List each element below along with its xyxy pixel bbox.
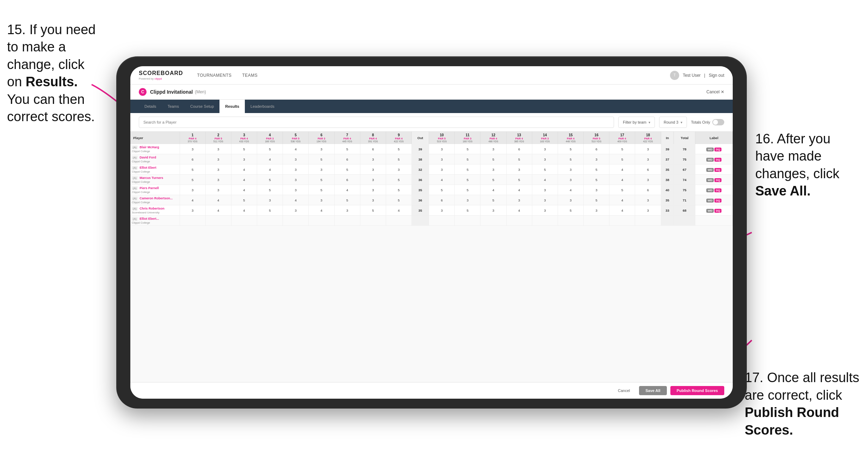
score-hole-14[interactable] [532, 216, 558, 226]
round-select-btn[interactable]: Round 3 ▾ [659, 117, 687, 128]
score-hole-1[interactable]: 5 [180, 175, 205, 185]
score-hole-10[interactable]: 3 [429, 205, 455, 216]
score-hole-17[interactable]: 4 [609, 205, 635, 216]
score-hole-12[interactable]: 5 [480, 195, 506, 205]
score-hole-1[interactable]: 3 [180, 205, 205, 216]
score-hole-5[interactable]: 3 [283, 185, 309, 195]
score-hole-8[interactable]: 6 [360, 144, 386, 154]
score-hole-18[interactable] [635, 216, 661, 226]
score-hole-14[interactable]: 5 [532, 164, 558, 175]
score-hole-1[interactable]: 6 [180, 154, 205, 164]
score-hole-11[interactable]: 5 [455, 164, 480, 175]
score-hole-13[interactable]: 5 [506, 154, 532, 164]
score-hole-17[interactable]: 4 [609, 175, 635, 185]
score-hole-12[interactable]: 3 [480, 144, 506, 154]
score-hole-17[interactable]: 4 [609, 195, 635, 205]
score-hole-10[interactable]: 3 [429, 164, 455, 175]
score-hole-12[interactable]: 5 [480, 154, 506, 164]
score-hole-10[interactable]: 3 [429, 154, 455, 164]
score-hole-3[interactable]: 5 [231, 144, 257, 154]
score-hole-7[interactable]: 5 [334, 195, 360, 205]
score-hole-12[interactable]: 4 [480, 185, 506, 195]
score-hole-10[interactable]: 4 [429, 175, 455, 185]
score-hole-16[interactable]: 5 [584, 164, 609, 175]
filter-by-team-btn[interactable]: Filter by team ▾ [618, 117, 655, 128]
score-hole-13[interactable] [506, 216, 532, 226]
score-hole-13[interactable]: 4 [506, 185, 532, 195]
score-hole-18[interactable]: 3 [635, 154, 661, 164]
score-hole-8[interactable]: 5 [360, 205, 386, 216]
tab-results[interactable]: Results [219, 100, 245, 113]
score-hole-18[interactable]: 6 [635, 185, 661, 195]
score-hole-5[interactable] [283, 216, 309, 226]
score-hole-4[interactable] [257, 216, 283, 226]
score-hole-15[interactable]: 3 [558, 164, 583, 175]
score-hole-17[interactable]: 5 [609, 185, 635, 195]
score-hole-11[interactable]: 3 [455, 195, 480, 205]
score-hole-11[interactable]: 5 [455, 144, 480, 154]
score-hole-5[interactable]: 3 [283, 175, 309, 185]
footer-cancel-btn[interactable]: Cancel [612, 386, 636, 395]
score-hole-17[interactable] [609, 216, 635, 226]
score-hole-16[interactable]: 5 [584, 175, 609, 185]
score-hole-7[interactable]: 4 [334, 185, 360, 195]
score-hole-5[interactable]: 4 [283, 144, 309, 154]
score-hole-16[interactable]: 6 [584, 144, 609, 154]
score-hole-7[interactable]: 6 [334, 175, 360, 185]
score-hole-4[interactable]: 5 [257, 175, 283, 185]
score-hole-16[interactable]: 5 [584, 195, 609, 205]
score-hole-14[interactable]: 3 [532, 205, 558, 216]
score-hole-10[interactable]: 3 [429, 144, 455, 154]
score-hole-17[interactable]: 4 [609, 164, 635, 175]
sign-out-link[interactable]: Sign out [709, 73, 724, 78]
score-hole-3[interactable]: 4 [231, 185, 257, 195]
nav-teams[interactable]: TEAMS [242, 71, 258, 79]
score-hole-2[interactable]: 3 [205, 144, 231, 154]
score-hole-17[interactable]: 5 [609, 154, 635, 164]
score-hole-16[interactable]: 3 [584, 205, 609, 216]
score-hole-3[interactable]: 5 [231, 195, 257, 205]
tab-details[interactable]: Details [139, 100, 162, 113]
score-hole-18[interactable]: 3 [635, 175, 661, 185]
score-hole-8[interactable]: 3 [360, 164, 386, 175]
tab-leaderboards[interactable]: Leaderboards [245, 100, 280, 113]
score-hole-15[interactable]: 3 [558, 175, 583, 185]
score-hole-1[interactable]: 3 [180, 144, 205, 154]
score-hole-7[interactable]: 5 [334, 144, 360, 154]
score-hole-7[interactable]: 5 [334, 164, 360, 175]
score-hole-11[interactable]: 5 [455, 175, 480, 185]
score-hole-14[interactable]: 3 [532, 185, 558, 195]
score-hole-3[interactable]: 3 [231, 154, 257, 164]
score-hole-10[interactable]: 5 [429, 185, 455, 195]
score-hole-6[interactable]: 5 [309, 154, 334, 164]
cancel-tournament-btn[interactable]: Cancel ✕ [706, 89, 724, 94]
score-hole-13[interactable]: 6 [506, 144, 532, 154]
score-hole-3[interactable]: 4 [231, 175, 257, 185]
score-hole-6[interactable]: 3 [309, 164, 334, 175]
score-hole-9[interactable] [386, 216, 411, 226]
score-hole-5[interactable]: 3 [283, 205, 309, 216]
score-hole-18[interactable]: 3 [635, 144, 661, 154]
score-hole-14[interactable]: 3 [532, 154, 558, 164]
score-hole-1[interactable]: 3 [180, 185, 205, 195]
score-hole-16[interactable]: 3 [584, 154, 609, 164]
score-hole-13[interactable]: 3 [506, 195, 532, 205]
score-hole-6[interactable]: 3 [309, 144, 334, 154]
score-hole-7[interactable]: 6 [334, 154, 360, 164]
score-hole-2[interactable]: 4 [205, 205, 231, 216]
score-hole-3[interactable]: 4 [231, 164, 257, 175]
score-hole-5[interactable]: 4 [283, 195, 309, 205]
score-hole-9[interactable]: 5 [386, 185, 411, 195]
score-hole-14[interactable]: 3 [532, 144, 558, 154]
score-hole-6[interactable]: 4 [309, 205, 334, 216]
score-hole-6[interactable] [309, 216, 334, 226]
tab-teams[interactable]: Teams [162, 100, 185, 113]
score-hole-13[interactable]: 4 [506, 205, 532, 216]
score-hole-11[interactable]: 5 [455, 154, 480, 164]
score-hole-15[interactable]: 5 [558, 205, 583, 216]
score-hole-2[interactable]: 3 [205, 185, 231, 195]
score-hole-18[interactable]: 6 [635, 164, 661, 175]
score-hole-12[interactable]: 5 [480, 175, 506, 185]
score-hole-4[interactable]: 5 [257, 205, 283, 216]
score-hole-2[interactable]: 4 [205, 195, 231, 205]
